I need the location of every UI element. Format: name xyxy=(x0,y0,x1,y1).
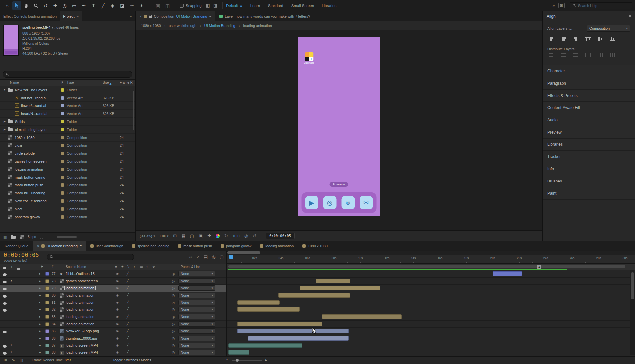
layer-switch-icon[interactable]: ◉ xyxy=(116,294,119,297)
frame-blending-icon[interactable]: ◎ xyxy=(212,254,215,259)
layer-duration-bar[interactable] xyxy=(493,271,522,276)
parent-link-dropdown[interactable]: None▾ xyxy=(178,314,215,319)
project-item[interactable]: flower/...rand.aiVector Art326 KB xyxy=(0,102,135,110)
viewer-tab[interactable]: ×CompositionUI Motion Branding≡ xyxy=(136,11,215,21)
layer-duration-bar[interactable] xyxy=(237,329,349,333)
camera-tool[interactable]: ◎ xyxy=(60,1,69,10)
layer-name[interactable]: loading animation xyxy=(66,301,94,304)
column-size[interactable]: Size ▲ xyxy=(103,81,109,84)
breadcrumb-item[interactable]: 1080 x 1080 xyxy=(141,24,161,28)
exposure-value[interactable]: +0.0 xyxy=(233,234,240,238)
layer-audio-toggle[interactable]: ♪ xyxy=(10,279,12,283)
project-item[interactable]: loading animationComposition24 xyxy=(0,165,135,173)
panel-section-libraries[interactable]: Libraries xyxy=(543,138,635,150)
interpret-footage-icon[interactable]: ▥ xyxy=(3,235,7,239)
snap-features-icon[interactable]: ◨ xyxy=(213,3,217,8)
timeline-tab-pangram-gloww[interactable]: pangram gloww xyxy=(216,241,256,251)
twirl-icon[interactable]: ▶ xyxy=(3,128,7,131)
layer-name[interactable]: New-Yor...-Logo.png xyxy=(66,329,99,333)
align-right-button[interactable] xyxy=(572,36,579,42)
project-bpc-label[interactable]: 8 bpc xyxy=(28,235,36,239)
layer-color-swatch[interactable] xyxy=(45,301,49,304)
column-number[interactable]: # xyxy=(52,265,54,269)
label-color-chip[interactable] xyxy=(61,160,64,163)
layer-row-77[interactable]: ▸77★fill bl...Outlines 15◉╱◎None▾ xyxy=(0,270,226,278)
layer-duration-bar[interactable] xyxy=(228,350,249,355)
panel-section-content-aware-fill[interactable]: Content-Aware Fill xyxy=(543,101,635,114)
panel-menu-icon[interactable]: ≡ xyxy=(80,244,82,248)
layer-twirl-icon[interactable]: ▸ xyxy=(39,272,41,275)
panel-section-paragraph[interactable]: Paragraph xyxy=(543,77,635,89)
panel-section-info[interactable]: Info xyxy=(543,163,635,175)
layer-twirl-icon[interactable]: ▸ xyxy=(39,322,41,326)
breadcrumb-item[interactable]: user walkthrough xyxy=(169,24,196,28)
timeline-tab-user-walkthrough[interactable]: user walkthrough xyxy=(86,241,128,251)
align-bottom-button[interactable] xyxy=(609,36,616,42)
distribute-v-center-button[interactable] xyxy=(560,52,567,58)
layer-switch-icon[interactable]: ◉ xyxy=(116,308,119,311)
layer-track-78[interactable] xyxy=(227,278,635,285)
layer-name[interactable]: fill bl...Outlines 15 xyxy=(66,272,95,276)
layer-duration-bar[interactable] xyxy=(237,307,300,312)
project-item[interactable]: mask bu...uncaringComposition24 xyxy=(0,189,135,197)
parent-pickwhip-icon[interactable]: ◎ xyxy=(172,301,175,305)
exposure-reset-icon[interactable]: ↻ xyxy=(224,233,228,238)
layer-twirl-icon[interactable]: ▸ xyxy=(39,294,41,297)
align-v-center-button[interactable] xyxy=(597,36,604,42)
timeline-tab-1080-x-1080[interactable]: 1080 x 1080 xyxy=(298,241,332,251)
parent-pickwhip-icon[interactable]: ◎ xyxy=(172,286,175,290)
workspace-learn[interactable]: Learn xyxy=(250,4,260,8)
layer-name[interactable]: loading screen.MP4 xyxy=(66,350,98,354)
label-color-chip[interactable] xyxy=(61,199,64,203)
draft-3d-icon[interactable]: ⊿ xyxy=(196,254,200,259)
layer-quality-icon[interactable]: ╱ xyxy=(127,329,129,333)
zoom-tool[interactable] xyxy=(31,1,40,10)
layer-color-swatch[interactable] xyxy=(45,329,49,333)
layer-row-85[interactable]: ▸85New-Yor...-Logo.png◉╱◎None▾ xyxy=(0,328,226,335)
parent-link-dropdown[interactable]: None▾ xyxy=(178,321,215,327)
column-type[interactable]: Type xyxy=(67,81,74,84)
layer-quality-icon[interactable]: ╱ xyxy=(127,286,129,290)
panel-section-brushes[interactable]: Brushes xyxy=(543,175,635,187)
timeline-tab-ui-motion-branding[interactable]: ×UI Motion Branding≡ xyxy=(33,241,86,251)
project-item[interactable]: games homescreenComposition24 xyxy=(0,157,135,165)
parent-pickwhip-icon[interactable]: ◎ xyxy=(172,329,175,333)
layer-track-87[interactable] xyxy=(227,342,635,349)
layer-row-88[interactable]: ♪▸88▸loading screen.MP4◉╱◎None▾ xyxy=(0,349,226,356)
parent-pickwhip-icon[interactable]: ◎ xyxy=(172,279,175,283)
layer-track-84[interactable] xyxy=(227,321,635,328)
layer-row-84[interactable]: ▸84loading animation◉╱◎None▾ xyxy=(0,321,226,328)
timeline-tab-loading-animation[interactable]: loading animation xyxy=(256,241,298,251)
layer-row-81[interactable]: ▸81loading animation◉╱◎None▾ xyxy=(0,299,226,306)
align-panel-header[interactable]: Align≡ xyxy=(543,11,635,21)
composition-viewport[interactable]: T Crossword Search ▶◎☺✉ xyxy=(136,30,542,230)
layer-visibility-toggle[interactable] xyxy=(3,351,7,355)
parent-pickwhip-icon[interactable]: ◎ xyxy=(172,307,175,312)
layer-row-87[interactable]: ♪▸87▸loading screen.MP4◉╱◎None▾ xyxy=(0,342,226,349)
viewer-tab[interactable]: Layerhow many words can you make with 7 … xyxy=(215,11,314,21)
layer-visibility-toggle[interactable] xyxy=(3,344,7,348)
project-item[interactable]: mask button caringComposition24 xyxy=(0,173,135,181)
layer-name[interactable]: loading animation xyxy=(66,322,94,326)
roto-brush-tool[interactable]: ✏ xyxy=(127,1,136,10)
panel-section-preview[interactable]: Preview xyxy=(543,126,635,138)
layer-visibility-toggle[interactable] xyxy=(3,273,7,277)
new-folder-icon[interactable] xyxy=(11,236,16,239)
snapshot-camera-icon[interactable]: ◎ xyxy=(244,233,248,238)
layer-twirl-icon[interactable]: ▸ xyxy=(39,301,41,304)
parent-link-dropdown[interactable]: None▾ xyxy=(178,307,215,312)
viewer-timecode[interactable]: 0:00:00:05 xyxy=(266,233,295,239)
layer-track-77[interactable] xyxy=(227,270,635,278)
layer-track-80[interactable] xyxy=(227,292,635,299)
layer-duration-bar[interactable] xyxy=(316,279,350,283)
layer-quality-icon[interactable]: ╱ xyxy=(127,293,129,297)
layer-visibility-toggle[interactable] xyxy=(3,280,7,284)
parent-link-dropdown[interactable]: None▾ xyxy=(178,350,215,355)
project-item[interactable]: cigarComposition24 xyxy=(0,142,135,149)
mask-visibility-icon[interactable]: ▢ xyxy=(190,233,194,238)
layer-switch-icon[interactable]: ◉ xyxy=(116,337,119,340)
timeline-scrollbar[interactable] xyxy=(630,270,635,355)
twirl-icon[interactable]: ▼ xyxy=(3,88,7,91)
layer-twirl-icon[interactable]: ▸ xyxy=(39,329,41,333)
layer-track-83[interactable] xyxy=(227,313,635,321)
